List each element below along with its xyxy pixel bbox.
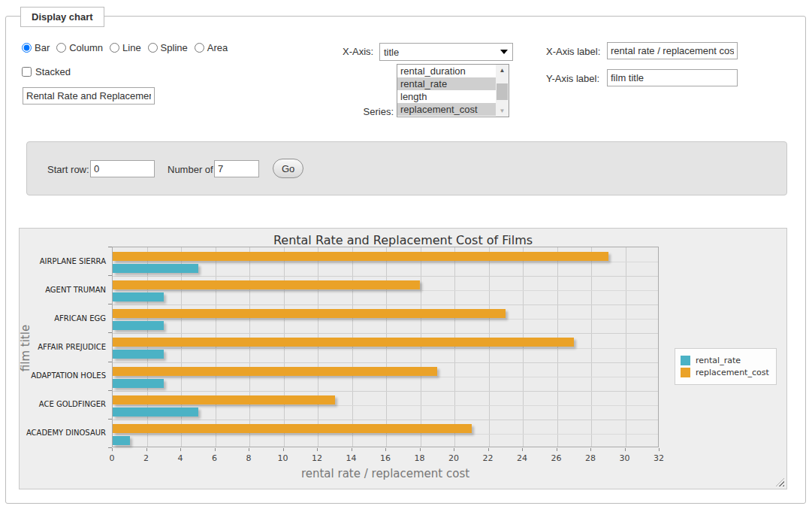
x-axis-tick <box>352 448 352 451</box>
x-axis-tick <box>659 448 660 451</box>
radio-area[interactable] <box>195 43 204 53</box>
legend-swatch-rental_rate <box>681 356 690 365</box>
gridline-v <box>284 247 285 447</box>
bar-rental_rate <box>113 292 164 301</box>
x-axis-tick-label: 30 <box>610 453 640 463</box>
x-axis-tick-label: 6 <box>200 453 230 463</box>
gridline-h <box>113 290 658 291</box>
radio-bar[interactable] <box>22 43 32 53</box>
y-axis-label-input[interactable] <box>607 69 738 86</box>
gridline-h <box>113 333 658 334</box>
chart-title: Rental Rate and Replacement Cost of Film… <box>20 233 786 247</box>
category-label: AFFAIR PREJUDICE <box>20 332 106 361</box>
y-axis-tick <box>108 247 112 247</box>
x-axis-select-label: X-Axis: <box>343 46 373 57</box>
y-axis-label-label: Y-Axis label: <box>546 73 599 84</box>
bar-replacement_cost <box>113 280 420 289</box>
gridline-h <box>113 420 658 420</box>
x-axis-tick <box>283 448 284 451</box>
gridline-v <box>454 247 455 447</box>
x-axis-tick <box>488 448 489 451</box>
x-axis-tick-label: 0 <box>97 453 127 463</box>
x-axis-select[interactable]: title <box>379 43 513 61</box>
bar-rental_rate <box>113 436 130 445</box>
stacked-checkbox[interactable] <box>22 67 32 77</box>
chevron-down-icon <box>500 50 508 54</box>
radio-line[interactable] <box>110 43 119 53</box>
gridline-v <box>249 247 250 447</box>
y-axis-tick <box>108 362 112 362</box>
x-axis-tick-label: 22 <box>473 453 503 463</box>
chart-container: Rental Rate and Replacement Cost of Film… <box>19 228 787 489</box>
x-axis-tick-label: 18 <box>405 453 435 463</box>
bar-replacement_cost <box>113 309 506 318</box>
category-label: AFRICAN EGG <box>20 304 106 332</box>
bar-replacement_cost <box>113 395 335 404</box>
start-row-input[interactable] <box>90 160 155 177</box>
bar-rental_rate <box>113 379 164 388</box>
y-axis-tick <box>108 390 112 391</box>
x-axis-tick-label: 10 <box>268 453 298 463</box>
resize-handle-icon[interactable] <box>776 478 784 486</box>
bar-replacement_cost <box>113 338 574 347</box>
x-axis-tick <box>625 448 626 451</box>
legend-label-replacement_cost: replacement_cost <box>696 368 769 377</box>
y-axis-tick <box>108 275 112 276</box>
x-axis-tick-label: 14 <box>337 453 367 463</box>
series-listbox[interactable]: rental_durationrental_ratelengthreplacem… <box>397 64 509 117</box>
number-of-rows-input[interactable] <box>214 160 259 177</box>
x-axis-tick-label: 2 <box>131 453 161 463</box>
x-axis-tick <box>146 448 147 451</box>
gridline-v <box>626 247 626 447</box>
category-label: ACE GOLDFINGER <box>20 390 106 419</box>
y-axis-tick <box>108 419 112 420</box>
x-axis-label-input[interactable] <box>607 42 738 59</box>
category-label: AIRPLANE SIERRA <box>20 247 106 275</box>
gridline-v <box>591 247 592 447</box>
go-button[interactable]: Go <box>273 159 303 178</box>
x-axis-tick <box>180 448 181 451</box>
y-axis-tick <box>108 332 112 333</box>
x-axis-tick <box>454 448 454 451</box>
gridline-v <box>557 247 558 447</box>
gridline-v <box>386 247 387 447</box>
series-scrollbar[interactable]: ▲ ▼ <box>496 65 509 117</box>
x-axis-tick-label: 4 <box>165 453 195 463</box>
scroll-down-icon[interactable]: ▼ <box>496 105 509 117</box>
gridline-h <box>113 434 658 435</box>
bar-rental_rate <box>113 350 164 359</box>
legend-swatch-replacement_cost <box>681 368 690 377</box>
series-option-rental_rate[interactable]: rental_rate <box>397 77 496 90</box>
gridline-v <box>352 247 353 447</box>
series-option-rental_duration[interactable]: rental_duration <box>397 65 496 77</box>
scroll-up-icon[interactable]: ▲ <box>496 65 509 76</box>
page: Display chart BarColumnLineSplineArea St… <box>0 0 812 512</box>
radio-spline[interactable] <box>148 43 158 53</box>
gridline-h <box>113 377 658 377</box>
fieldset-legend: Display chart <box>20 7 104 27</box>
scrollbar-thumb[interactable] <box>497 83 508 100</box>
x-axis-tick <box>385 448 386 451</box>
radio-label-area: Area <box>207 42 228 53</box>
x-axis-tick <box>557 448 557 451</box>
gridline-v <box>523 247 524 447</box>
x-axis-tick-label: 32 <box>644 453 674 463</box>
gridline-h <box>113 362 658 363</box>
x-axis-label-label: X-Axis label: <box>546 46 600 57</box>
legend-label-rental_rate: rental_rate <box>696 356 741 365</box>
gridline-h <box>113 319 658 320</box>
bar-rental_rate <box>113 264 198 273</box>
x-axis-tick-label: 26 <box>542 453 572 463</box>
chart-title-input[interactable] <box>23 87 155 105</box>
chart-legend: rental_ratereplacement_cost <box>675 348 777 385</box>
chart-type-option-area: Area <box>195 42 228 53</box>
radio-column[interactable] <box>56 43 66 53</box>
y-axis-title: film title <box>19 303 32 393</box>
x-axis-tick <box>215 448 216 451</box>
series-option-replacement_cost[interactable]: replacement_cost <box>397 103 496 116</box>
series-option-length[interactable]: length <box>397 90 496 103</box>
x-axis-tick <box>590 448 591 451</box>
gridline-v <box>216 247 216 447</box>
bar-rental_rate <box>113 321 164 330</box>
legend-item-replacement_cost: replacement_cost <box>681 368 769 377</box>
